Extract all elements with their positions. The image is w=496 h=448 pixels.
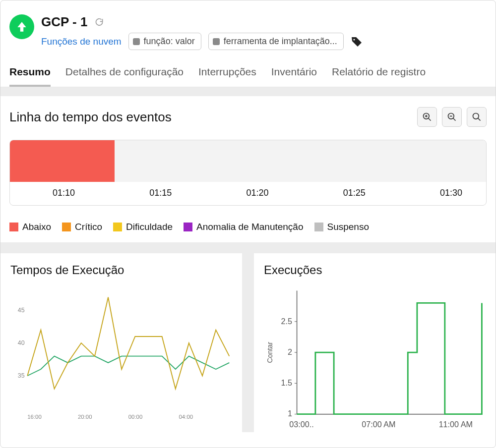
page-title: GCP - 1 — [41, 14, 87, 30]
tab-interrupcoes[interactable]: Interrupções — [198, 66, 256, 87]
divider-band — [0, 87, 496, 96]
legend-item: Anomalia de Manutenção — [184, 222, 303, 232]
legend-item: Abaixo — [9, 222, 51, 232]
legend-swatch-icon — [62, 223, 71, 231]
status-up-icon — [9, 14, 34, 39]
svg-text:45: 45 — [18, 307, 25, 314]
svg-text:00:00: 00:00 — [128, 414, 143, 420]
legend-swatch-icon — [9, 223, 18, 231]
zoom-reset-button[interactable] — [467, 107, 487, 127]
card-title: Tempos de Execução — [10, 263, 232, 277]
card-execution-times: Tempos de Execução 35404516:0020:0000:00… — [0, 253, 242, 432]
cloud-functions-link[interactable]: Funções de nuvem — [41, 36, 122, 47]
svg-point-8 — [473, 113, 479, 119]
timeline-tick: 01:25 — [343, 188, 366, 198]
tag-label: ferramenta de implantação... — [224, 36, 337, 47]
zoom-in-button[interactable] — [417, 107, 437, 127]
timeline-tick: 01:10 — [53, 188, 75, 198]
timeline-ticks: 01:10 01:15 01:20 01:25 01:30 — [10, 182, 486, 205]
timeline-down-segment — [10, 140, 115, 182]
cards-row: Tempos de Execução 35404516:0020:0000:00… — [0, 242, 496, 432]
timeline-tick: 01:30 — [440, 188, 462, 198]
tag-icon[interactable] — [351, 36, 363, 48]
tab-resumo[interactable]: Resumo — [9, 66, 51, 87]
timeline-chart[interactable]: 01:10 01:15 01:20 01:25 01:30 — [9, 140, 487, 206]
svg-text:1: 1 — [288, 409, 292, 418]
legend-swatch-icon — [184, 223, 192, 231]
refresh-icon[interactable] — [94, 17, 104, 27]
legend-item: Suspenso — [314, 222, 370, 232]
tab-detalhes[interactable]: Detalhes de configuração — [65, 66, 184, 87]
svg-text:20:00: 20:00 — [78, 414, 92, 420]
svg-text:11:00 AM: 11:00 AM — [439, 420, 473, 429]
timeline-legend: Abaixo Crítico Dificuldade Anomalia de M… — [0, 211, 496, 242]
card-executions: Execuções 11.522.5Contar03:00..07:00 AM1… — [254, 253, 496, 432]
svg-text:2: 2 — [288, 347, 292, 356]
executions-chart[interactable]: 11.522.5Contar03:00..07:00 AM11:00 AM — [264, 286, 486, 432]
svg-text:40: 40 — [18, 339, 25, 346]
svg-text:16:00: 16:00 — [27, 414, 42, 420]
svg-text:35: 35 — [18, 372, 25, 379]
card-title: Execuções — [264, 263, 486, 277]
tab-inventario[interactable]: Inventário — [271, 66, 317, 87]
timeline-tick: 01:20 — [246, 188, 268, 198]
execution-times-chart[interactable]: 35404516:0020:0000:0004:00 — [10, 286, 232, 423]
svg-text:2.5: 2.5 — [281, 317, 292, 326]
tab-bar: Resumo Detalhes de configuração Interrup… — [0, 54, 496, 87]
tab-relatorio[interactable]: Relatório de registro — [332, 66, 426, 87]
svg-text:03:00..: 03:00.. — [289, 420, 313, 429]
svg-text:04:00: 04:00 — [179, 414, 193, 420]
timeline-tick: 01:15 — [149, 188, 172, 198]
svg-text:Contar: Contar — [266, 341, 274, 363]
page-header: GCP - 1 Funções de nuvem função: valor f… — [0, 0, 496, 54]
tag-pill-funcao[interactable]: função: valor — [128, 33, 201, 50]
tag-pill-ferramenta[interactable]: ferramenta de implantação... — [208, 33, 344, 50]
tag-label: função: valor — [144, 36, 195, 47]
timeline-title: Linha do tempo dos eventos — [9, 110, 172, 125]
svg-line-2 — [429, 118, 431, 121]
svg-text:07:00 AM: 07:00 AM — [362, 420, 395, 429]
legend-swatch-icon — [314, 223, 323, 231]
legend-item: Crítico — [62, 222, 102, 232]
tag-swatch-icon — [133, 38, 140, 45]
legend-item: Dificuldade — [113, 222, 173, 232]
svg-line-6 — [453, 118, 456, 121]
legend-swatch-icon — [113, 223, 122, 231]
timeline-panel: Linha do tempo dos eventos 01:10 01:15 0… — [0, 96, 496, 211]
zoom-out-button[interactable] — [442, 107, 462, 127]
tag-swatch-icon — [213, 38, 220, 45]
svg-point-0 — [353, 39, 355, 40]
svg-text:1.5: 1.5 — [281, 378, 292, 387]
